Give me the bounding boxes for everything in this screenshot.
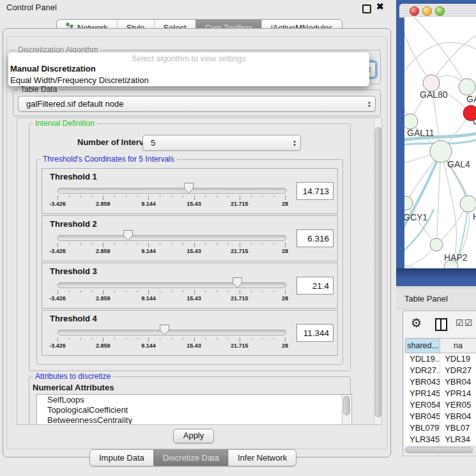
dropdown-option-manual[interactable]: Manual Discretization [8, 63, 369, 75]
list-scrollbar-thumb[interactable] [343, 396, 350, 415]
slider-ticks [58, 196, 285, 201]
threshold-slider[interactable] [58, 188, 286, 194]
table-row[interactable]: YDR27...YDR27 [405, 365, 476, 376]
table-row[interactable]: YLR345WYLR34 [405, 434, 476, 445]
cell-name[interactable]: YLR34 [440, 434, 476, 445]
network-view-window[interactable]: GAL80GACGAL11GAL4GCY1HHAP2 [396, 0, 476, 286]
tick-label: -3.426 [49, 295, 66, 302]
list-item[interactable]: TopologicalCoefficient [37, 405, 351, 415]
dropdown-option-equal-width[interactable]: Equal Width/Frequency Discretization [8, 75, 369, 86]
close-icon[interactable]: ✖ [376, 1, 384, 12]
list-item[interactable]: SelfLoops [37, 395, 351, 405]
tick-label: -3.426 [49, 342, 66, 349]
table-data-combobox[interactable]: galFiltered.sif default node ▲▼ [18, 96, 376, 112]
slider-thumb[interactable] [159, 324, 170, 335]
network-node[interactable] [404, 196, 413, 210]
table-row[interactable]: YPR145WYPR14 [405, 388, 476, 399]
table-row[interactable]: YER054CYER05 [405, 399, 476, 411]
threshold-slider[interactable] [58, 330, 286, 335]
cell-name[interactable]: YDL19 [440, 353, 476, 365]
deselect-all-checkbox-icon[interactable]: ☑ [464, 318, 473, 328]
threshold-value-field[interactable]: 6.316 [296, 229, 334, 247]
cell-shared-name[interactable]: YDR27... [405, 365, 440, 376]
tick-label: 21.715 [231, 295, 249, 302]
slider-thumb[interactable] [232, 277, 243, 288]
algorithm-dropdown-popup: Select algorithm to view settings Manual… [8, 52, 369, 86]
threshold-panel-3: Threshold 3 -3.4262.8599.14415.4321.7152… [42, 263, 338, 309]
slider-tick-labels: -3.4262.8599.14415.4321.71528 [58, 342, 285, 350]
column-header-name[interactable]: na [440, 339, 476, 353]
cell-name[interactable]: YPR14 [440, 388, 476, 399]
threshold-value-field[interactable]: 14.713 [296, 182, 334, 200]
settings-scroll-viewport: Interval Definition Number of Intervals … [17, 118, 382, 425]
slider-thumb[interactable] [123, 229, 134, 241]
threshold-value-field[interactable]: 21.4 [296, 277, 334, 295]
table-row[interactable]: YDL19...YDL19 [405, 353, 476, 365]
threshold-value-field[interactable]: 11.344 [296, 324, 334, 342]
network-node-label: C [473, 116, 476, 127]
zoom-traffic-light[interactable] [435, 6, 445, 16]
cell-shared-name[interactable]: YBL079W [405, 422, 440, 434]
gear-icon[interactable]: ⚙ [411, 315, 422, 332]
cell-shared-name[interactable]: YLR345W [405, 434, 440, 445]
network-window-titlebar[interactable] [399, 4, 476, 18]
settings-scrollbar-thumb[interactable] [375, 127, 382, 417]
cell-name[interactable]: YDR27 [440, 365, 476, 376]
cell-name[interactable]: YER05 [440, 399, 476, 411]
threshold-panel-4: Threshold 4 -3.4262.8599.14415.4321.7152… [42, 310, 338, 356]
close-traffic-light[interactable] [410, 6, 419, 16]
threshold-slider[interactable] [58, 282, 286, 288]
cell-shared-name[interactable]: YBR045C [405, 411, 440, 422]
tab-impute-data[interactable]: Impute Data [90, 450, 153, 466]
network-node[interactable] [460, 196, 476, 212]
table-row[interactable]: YBR043CYBR04 [405, 376, 476, 388]
split-columns-icon[interactable] [435, 318, 447, 331]
threshold-slider[interactable] [58, 235, 286, 241]
cell-shared-name[interactable]: YDL19... [405, 353, 440, 365]
num-intervals-combobox[interactable]: 5 ▲▼ [142, 135, 301, 151]
threshold-label: Threshold 2 [50, 219, 97, 229]
tick-label: 9.144 [141, 295, 156, 302]
column-header-shared-name[interactable]: shared... [406, 339, 440, 353]
list-item[interactable]: BetweennessCentrality [37, 415, 351, 425]
tab-discretize-data[interactable]: Discretize Data [153, 450, 228, 466]
table-data-value: galFiltered.sif default node [19, 99, 364, 109]
settings-scrollbar[interactable] [374, 118, 382, 425]
network-node[interactable] [459, 79, 475, 95]
thresholds-group-label: Threshold's Coordinates for 5 Intervals [40, 155, 177, 164]
list-scrollbar[interactable] [342, 395, 350, 425]
network-canvas[interactable]: GAL80GACGAL11GAL4GCY1HHAP2 [404, 17, 476, 268]
tick-label: 2.859 [96, 248, 111, 254]
tab-infer-network[interactable]: Infer Network [228, 450, 296, 466]
numerical-attributes-label: Numerical Attributes [33, 383, 114, 392]
table-scrollbar-thumb[interactable] [406, 447, 473, 453]
slider-tick-labels: -3.4262.8599.14415.4321.71528 [58, 248, 285, 256]
table-row[interactable]: YBL079WYBL07 [405, 422, 476, 434]
cell-name[interactable]: YBR04 [440, 411, 476, 422]
table-horizontal-scrollbar[interactable] [404, 446, 476, 454]
cell-shared-name[interactable]: YER054C [405, 399, 440, 411]
cell-name[interactable]: YBL07 [440, 422, 476, 434]
tab-label: Impute Data [99, 453, 144, 463]
tick-label: 2.859 [96, 295, 111, 302]
numerical-attributes-list[interactable]: SelfLoopsTopologicalCoefficientBetweenne… [36, 394, 352, 425]
combo-arrows-icon: ▲▼ [289, 139, 300, 147]
table-row[interactable]: YBR045CYBR04 [405, 411, 476, 422]
page-title: Control Panel [6, 3, 57, 12]
threshold-label: Threshold 3 [50, 266, 97, 276]
slider-thumb[interactable] [183, 182, 194, 194]
cell-shared-name[interactable]: YBR043C [405, 376, 440, 388]
minimize-traffic-light[interactable] [422, 6, 432, 16]
slider-ticks [58, 290, 285, 295]
select-all-checkbox-icon[interactable]: ☑ [456, 318, 464, 328]
table-panel: ⚙ ☑ ☑ shared... na YDL19...YDL19YDR27...… [403, 311, 476, 456]
cell-name[interactable]: YBR04 [440, 376, 476, 388]
network-node-label: GAL4 [447, 159, 470, 169]
network-node[interactable] [430, 238, 443, 251]
network-node[interactable] [404, 114, 418, 129]
cell-shared-name[interactable]: YPR145W [405, 388, 440, 399]
apply-button[interactable]: Apply [173, 429, 214, 443]
tab-label: Discretize Data [163, 453, 219, 463]
tick-label: 9.144 [141, 248, 156, 254]
float-window-icon[interactable] [362, 4, 371, 13]
